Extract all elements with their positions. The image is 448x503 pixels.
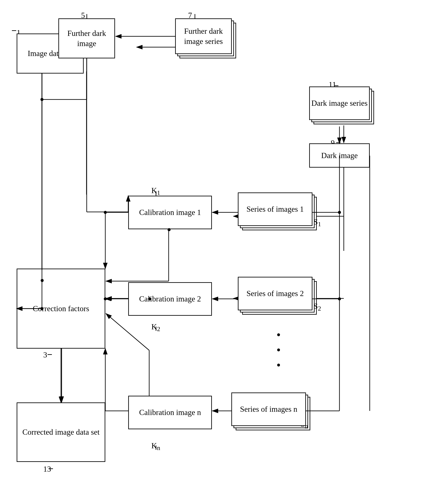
dark-image-box: Dark image bbox=[309, 143, 370, 168]
further-dark-image-box: Further dark image bbox=[58, 18, 115, 58]
series-of-images-1-stack: Series of images 1 bbox=[238, 193, 320, 234]
svg-line-15 bbox=[106, 314, 149, 350]
svg-point-46 bbox=[338, 211, 341, 214]
junction-dot-1 bbox=[41, 279, 44, 282]
ellipsis-dots-3: • bbox=[277, 359, 280, 371]
junction-dot-2 bbox=[168, 228, 171, 231]
series-of-images-2-stack: Series of images 2 bbox=[238, 277, 320, 318]
calibration-image-n-box: Calibration image n bbox=[128, 396, 212, 429]
ellipsis-dots: • bbox=[277, 329, 280, 341]
ref-13: 13 bbox=[43, 465, 51, 474]
ref-s2: S2 bbox=[314, 302, 321, 312]
svg-point-43 bbox=[104, 211, 107, 214]
ref-s1: S1 bbox=[314, 217, 321, 228]
ref-3: 3 bbox=[43, 350, 47, 359]
correction-factors-box: Correction factors bbox=[17, 269, 105, 349]
ellipsis-dots-2: • bbox=[277, 344, 280, 356]
calibration-image-1-box: Calibration image 1 bbox=[128, 196, 212, 229]
further-dark-image-series-stack: Further dark image series bbox=[175, 18, 236, 61]
corrected-image-data-set-box: Corrected image data set bbox=[17, 403, 105, 462]
svg-point-47 bbox=[338, 297, 341, 300]
calibration-image-2-box: Calibration image 2 bbox=[128, 282, 212, 316]
dark-image-series-stack: Dark image series bbox=[309, 86, 376, 127]
svg-point-50 bbox=[40, 98, 44, 101]
junction-dot-3 bbox=[148, 297, 151, 300]
